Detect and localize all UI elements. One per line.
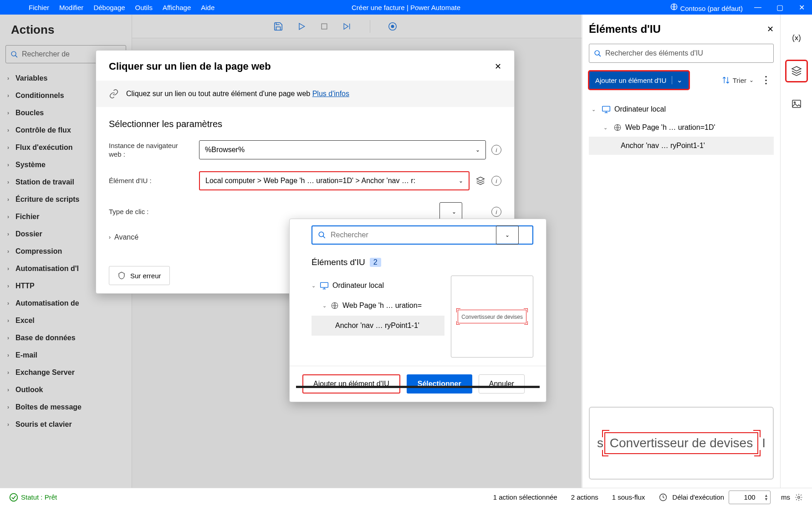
status-total: 2 actions [571,493,598,501]
dialog-close[interactable]: ✕ [495,61,501,72]
menu-edit[interactable]: Modifier [59,4,83,11]
click-type-dropdown-btn[interactable]: ⌄ [496,225,519,245]
dialog-title: Cliquer sur un lien de la page web [109,61,271,72]
link-icon [109,89,119,99]
delay-step-down[interactable]: ▼ [764,497,768,501]
svg-point-1 [11,51,16,56]
step-icon [342,22,352,31]
menu-view[interactable]: Affichage [163,4,191,11]
picker-preview: Convertisseur de devises [451,276,533,358]
action-category[interactable]: ›Base de données [5,329,126,347]
layers-icon [791,66,802,77]
settings-icon[interactable] [795,493,803,501]
actions-heading: Actions [5,23,126,37]
svg-line-12 [599,54,601,56]
close-button[interactable]: ✕ [795,3,808,12]
click-type-label: Type de clic : [109,207,191,216]
save-icon [273,21,283,31]
menu-file[interactable]: Fichier [29,4,49,11]
image-icon [791,98,802,109]
record-icon [388,21,398,31]
picker-heading: Éléments d'IU [312,257,365,267]
tree-anchor[interactable]: Anchor 'nav … ryPoint1-1' [589,137,774,155]
add-ui-element-button[interactable]: Ajouter un élément d'IU ⌄ [589,71,689,89]
svg-rect-18 [792,100,801,107]
action-category[interactable]: ›Souris et clavier [5,416,126,433]
info-icon[interactable]: i [491,145,501,155]
window-title: Créer une facture | Power Automate [352,4,460,11]
globe-icon [613,123,622,132]
sort-icon [722,76,730,84]
action-category[interactable]: ›E-mail [5,347,126,364]
minimize-button[interactable]: — [751,3,765,11]
tree-page[interactable]: ⌄ Web Page 'h … uration=1D' [589,118,774,137]
stop-button[interactable] [320,22,329,31]
menu-help[interactable]: Aide [201,4,214,11]
action-category[interactable]: ›Excel [5,312,126,329]
svg-marker-17 [792,66,801,71]
ui-elements-search[interactable]: Rechercher des éléments d'IU [589,44,774,63]
svg-rect-4 [322,24,327,29]
ui-element-combo[interactable]: Local computer > Web Page 'h … uration=1… [199,171,470,190]
chevron-down-icon: ⌄ [749,77,754,83]
dialog-section-title: Sélectionner les paramètres [109,119,501,129]
clock-icon [659,493,668,502]
step-button[interactable] [342,22,352,31]
action-category[interactable]: ›Exchange Server [5,364,126,381]
chevron-down-icon[interactable]: ⌄ [672,76,683,84]
picker-tree-anchor[interactable]: Anchor 'nav … ryPoint1-1' [312,316,444,336]
ui-elements-panel: Éléments d'IU ✕ Rechercher des éléments … [582,15,780,488]
svg-point-19 [794,102,795,103]
environment-label[interactable]: Contoso (par défaut) [670,3,743,12]
search-icon [318,231,326,239]
ui-element-preview: s Convertisseur de devises I [589,407,774,480]
check-circle-icon [9,493,18,502]
dialog-info: Cliquez sur un lien ou tout autre élémen… [96,81,514,107]
status-ready: Statut : Prêt [9,493,57,502]
delay-label: Délai d'exécution [672,493,724,501]
picker-tree-page[interactable]: ⌄ Web Page 'h … uration= [312,296,444,316]
svg-point-11 [595,51,599,55]
browser-instance-combo[interactable]: %Browser%⌄ [199,140,486,159]
ui-panel-title: Éléments d'IU [589,23,661,36]
ui-element-label: Élément d'IU : [109,176,191,185]
picker-add-ui-element-button[interactable]: Ajouter un élément d'IU [302,374,400,394]
more-info-link[interactable]: Plus d'infos [312,90,349,97]
tree-root[interactable]: ⌄ Ordinateur local [589,100,774,118]
delay-unit: ms [781,493,790,501]
info-icon[interactable]: i [491,207,501,217]
images-pane-button[interactable] [786,94,807,114]
actions-search-placeholder: Rechercher de [22,50,70,58]
variables-pane-button[interactable] [786,28,807,48]
action-category[interactable]: ›Outlook [5,381,126,399]
svg-point-20 [10,493,18,501]
action-category[interactable]: ›Boîtes de message [5,399,126,416]
ui-element-picker-icon[interactable] [475,176,486,185]
svg-point-22 [798,496,800,498]
ui-elements-pane-button[interactable] [786,61,807,81]
title-bar: Fichier Modifier Débogage Outils Afficha… [0,0,812,15]
save-button[interactable] [273,21,283,31]
picker-tree-root[interactable]: ⌄ Ordinateur local [312,276,444,296]
computer-icon [602,105,611,113]
run-button[interactable] [297,22,306,31]
on-error-button[interactable]: Sur erreur [109,266,170,285]
sort-button[interactable]: Trier ⌄ [722,76,754,84]
picker-cancel-button[interactable]: Annuler [479,374,525,394]
more-menu[interactable]: ⋮ [758,74,774,86]
record-button[interactable] [388,21,398,31]
picker-count: 2 [370,258,381,267]
picker-select-button[interactable]: Sélectionner [407,374,472,394]
globe-icon [670,3,678,11]
info-icon[interactable]: i [491,176,501,186]
layers-icon [476,176,485,185]
ui-panel-close[interactable]: ✕ [767,24,774,34]
svg-marker-3 [299,23,305,29]
action-category[interactable]: ›Automatisation de [5,295,126,312]
search-icon [594,50,602,57]
menu-tools[interactable]: Outils [135,4,153,11]
search-icon [10,51,18,58]
menu-debug[interactable]: Débogage [93,4,125,11]
maximize-button[interactable]: ▢ [773,3,786,12]
right-icon-strip [780,15,812,488]
